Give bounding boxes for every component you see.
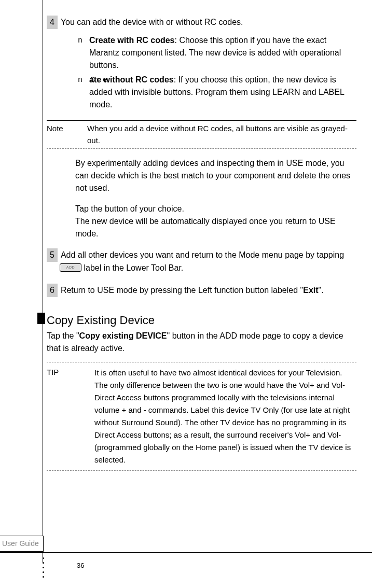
step-4-bullets: n Create with RC codes: Choose this opti…	[60, 34, 356, 111]
note-label: Note	[47, 123, 87, 146]
tap-line-1: Tap the button of your choice.	[75, 204, 184, 213]
step-5-text-a: Add all other devices you want and retur…	[61, 250, 344, 259]
bullet-marker: n Cre	[78, 75, 109, 87]
bullet-bold: Create with RC codes	[89, 36, 174, 45]
footer-line	[0, 552, 372, 553]
tip-box: TIP It is often useful to have two almos…	[47, 362, 356, 471]
step-5: 5Add all other devices you want and retu…	[47, 248, 356, 274]
experiment-paragraph: By experimentally adding devices and ins…	[47, 157, 356, 194]
step-4-intro: You can add the device with or without R…	[61, 18, 243, 26]
step-5-text-b: label in the Lower Tool Bar.	[81, 263, 183, 272]
step-number-6: 6	[47, 284, 58, 297]
note-text: When you add a device without RC codes, …	[87, 123, 356, 146]
step-6-text-b: ".	[319, 286, 324, 295]
add-button-icon	[60, 263, 81, 272]
bullet-without-rc: n Cre ate without RC codes: If you choos…	[78, 74, 356, 111]
heading-text: Copy Existing Device	[47, 312, 155, 329]
note-box: Note When you add a device without RC co…	[47, 120, 356, 149]
page-content: 4You can add the device with or without …	[0, 0, 372, 471]
step-number-5: 5	[47, 248, 58, 262]
page-number: 36	[77, 561, 84, 571]
user-guide-label: User Guide	[0, 536, 44, 552]
step-4: 4You can add the device with or without …	[47, 16, 356, 111]
tap-line-2: The new device will be automatically dis…	[75, 217, 336, 238]
footer-dots	[43, 557, 44, 578]
copy-device-intro: Tap the "Copy existing DEVICE" button in…	[47, 330, 356, 355]
subheading-a: Tap the "	[47, 331, 79, 340]
step-6-bold: Exit	[303, 286, 318, 295]
bullet-marker: n	[78, 35, 84, 47]
step-6-text-a: Return to USE mode by pressing the Left …	[61, 286, 303, 295]
tip-text: It is often useful to have two almost id…	[94, 367, 356, 466]
subheading-bold: Copy existing DEVICE	[79, 331, 167, 340]
section-heading: Copy Existing Device	[37, 312, 356, 329]
step-6: 6Return to USE mode by pressing the Left…	[47, 284, 356, 297]
tap-paragraph: Tap the button of your choice. The new d…	[47, 203, 356, 240]
heading-square-icon	[37, 313, 45, 324]
step-number-4: 4	[47, 16, 58, 29]
bullet-with-rc: n Create with RC codes: Choose this opti…	[78, 34, 356, 72]
tip-label: TIP	[47, 367, 94, 466]
